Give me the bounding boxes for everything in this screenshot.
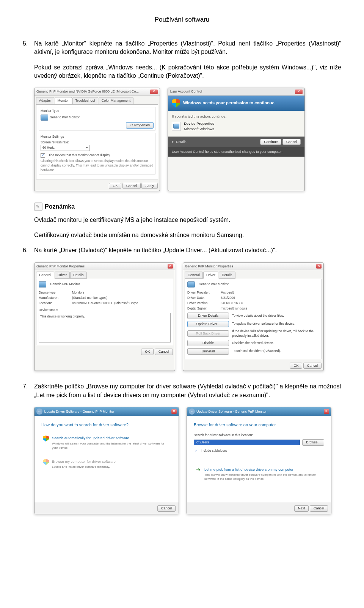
label-driver-version: Driver Version: xyxy=(187,301,218,306)
option-title: Search automatically for updated driver … xyxy=(52,435,170,440)
include-subfolders-label: Include subfolders xyxy=(201,449,227,452)
cancel-button[interactable]: Cancel xyxy=(155,349,173,355)
roll-back-desc: If the device fails after updating the d… xyxy=(232,329,319,338)
tab-color-management[interactable]: Color Management xyxy=(99,97,134,104)
label-refresh-rate: Screen refresh rate: xyxy=(41,140,154,145)
page-header: Používání softwaru xyxy=(23,15,341,24)
option-browse-computer[interactable]: Browse my computer for driver software L… xyxy=(41,457,172,471)
details-button[interactable]: Details xyxy=(176,140,187,145)
tab-driver[interactable]: Driver xyxy=(55,272,70,279)
update-driver-button[interactable]: Update Driver... xyxy=(187,321,229,327)
pnp-properties-general-dialog: Generic PnP Monitor Properties ✕ General… xyxy=(34,262,175,371)
browse-button[interactable]: Browse... xyxy=(302,439,324,446)
tab-details[interactable]: Details xyxy=(219,272,235,279)
step-text: Na kartě „Driver (Ovladač)" klepněte na … xyxy=(34,246,341,255)
tab-driver[interactable]: Driver xyxy=(203,272,218,279)
cancel-button[interactable]: Cancel xyxy=(282,139,301,145)
disable-button[interactable]: Disable xyxy=(187,340,229,346)
continue-button[interactable]: Continue xyxy=(260,139,281,145)
monitor-icon xyxy=(39,281,46,288)
uac-footer-text: User Account Control helps stop unauthor… xyxy=(168,147,304,157)
tab-adapter[interactable]: Adapter xyxy=(36,97,54,104)
close-icon[interactable]: ✕ xyxy=(324,409,329,414)
label-manufacturer: Manufacturer: xyxy=(39,296,69,300)
group-monitor-type: Monitor Type xyxy=(41,109,154,113)
hide-modes-checkbox[interactable]: ✓ xyxy=(41,153,45,158)
label-device-type: Device type: xyxy=(39,291,69,295)
note-paragraph-1: Ovladač monitoru je certifikovaný MS a j… xyxy=(34,216,341,224)
tab-details[interactable]: Details xyxy=(70,272,87,279)
tab-monitor[interactable]: Monitor xyxy=(55,97,72,104)
label-driver-provider: Driver Provider: xyxy=(187,291,218,295)
step-text: Zaškrtněte políčko „Browse my computer f… xyxy=(34,382,341,399)
note-icon xyxy=(34,203,42,211)
option-let-me-pick[interactable]: ➔ Let me pick from a list of device driv… xyxy=(194,465,324,484)
chevron-down-icon[interactable]: ▾ xyxy=(172,140,174,145)
tab-general[interactable]: General xyxy=(185,272,203,279)
ok-button[interactable]: OK xyxy=(109,183,121,189)
update-driver-desc: To update the driver software for this d… xyxy=(232,322,319,326)
dialog-title: Generic PnP Monitor Properties xyxy=(36,264,85,269)
location-path-input[interactable]: C:\Users xyxy=(194,440,300,446)
close-icon[interactable]: ✕ xyxy=(316,264,322,269)
tab-troubleshoot[interactable]: Troubleshoot xyxy=(72,97,98,104)
driver-details-desc: To view details about the driver files. xyxy=(232,314,319,318)
value-driver-date: 6/21/2006 xyxy=(221,296,235,300)
option-search-automatically[interactable]: Search automatically for updated driver … xyxy=(41,433,172,452)
driver-details-button[interactable]: Driver Details xyxy=(187,313,229,319)
note-label: Poznámka xyxy=(45,203,75,211)
label-driver-date: Driver Date: xyxy=(187,296,218,300)
back-icon[interactable]: ← xyxy=(189,408,195,415)
uac-started-text: If you started this action, continue. xyxy=(172,114,301,119)
shield-icon xyxy=(43,459,49,465)
device-status-text: This device is working properly. xyxy=(39,313,171,342)
cancel-button[interactable]: Cancel xyxy=(310,505,328,512)
wizard-heading: Browse for driver software on your compu… xyxy=(194,422,324,428)
refresh-rate-select[interactable]: 60 Hertz ▾ xyxy=(41,145,90,151)
note-paragraph-2: Certifikovaný ovladač bude umístěn na do… xyxy=(34,231,341,239)
properties-button[interactable]: 🛡 Properties xyxy=(126,122,154,129)
dialog-title: Generic PnP Monitor and NVIDIA GeForce 6… xyxy=(36,89,139,94)
close-icon[interactable]: ✕ xyxy=(295,90,303,94)
value-driver-provider: Microsoft xyxy=(221,291,234,295)
uac-program-name: Device Properties xyxy=(184,121,214,126)
step-number: 6. xyxy=(23,246,34,255)
shield-icon xyxy=(172,99,180,108)
monitor-icon xyxy=(187,281,195,288)
next-button[interactable]: Next xyxy=(294,505,309,512)
dialog-title: Generic PnP Monitor Properties xyxy=(185,264,233,269)
device-name: Generic PnP Monitor xyxy=(50,282,80,287)
value-digital-signer: microsoft windows xyxy=(221,306,247,311)
label-digital-signer: Digital Signer: xyxy=(187,306,218,311)
include-subfolders-checkbox[interactable]: ✓ xyxy=(194,449,198,453)
close-icon[interactable]: ✕ xyxy=(150,90,158,94)
ok-button[interactable]: OK xyxy=(141,349,154,355)
option-title: Browse my computer for driver software xyxy=(52,459,116,464)
uac-publisher: Microsoft Windows xyxy=(184,126,214,131)
step-6: 6. Na kartě „Driver (Ovladač)" klepněte … xyxy=(23,246,341,255)
step5-paragraph: Pokud se zobrazí zpráva „Windows needs..… xyxy=(34,63,341,80)
close-icon[interactable]: ✕ xyxy=(171,409,177,414)
uac-title: User Account Control xyxy=(170,89,202,94)
cancel-button[interactable]: Cancel xyxy=(122,183,141,189)
update-driver-wizard-1: ← Update Driver Software - Generic PnP M… xyxy=(34,407,179,514)
apply-button[interactable]: Apply xyxy=(141,183,158,189)
shield-icon xyxy=(43,435,49,441)
option-desc: Locate and install driver software manua… xyxy=(52,465,116,469)
option-desc: This list will show installed driver sof… xyxy=(204,473,323,481)
roll-back-driver-button[interactable]: Roll Back Driver xyxy=(187,330,229,337)
uninstall-button[interactable]: Uninstall xyxy=(187,348,229,355)
group-device-status: Device status xyxy=(39,308,171,313)
uninstall-desc: To uninstall the driver (Advanced). xyxy=(232,349,319,353)
cancel-button[interactable]: Cancel xyxy=(157,505,176,512)
cancel-button[interactable]: Cancel xyxy=(303,363,322,369)
label-location: Location: xyxy=(39,301,69,306)
ok-button[interactable]: OK xyxy=(290,363,302,369)
hide-modes-description: Clearing this check box allows you to se… xyxy=(41,159,154,173)
uac-dialog: User Account Control ✕ Windows needs you… xyxy=(168,88,305,191)
close-icon[interactable]: ✕ xyxy=(168,264,173,269)
tab-general[interactable]: General xyxy=(36,272,54,279)
back-icon[interactable]: ← xyxy=(36,408,42,415)
disable-desc: Disables the selected device. xyxy=(232,341,319,346)
device-name: Generic PnP Monitor xyxy=(199,282,229,287)
